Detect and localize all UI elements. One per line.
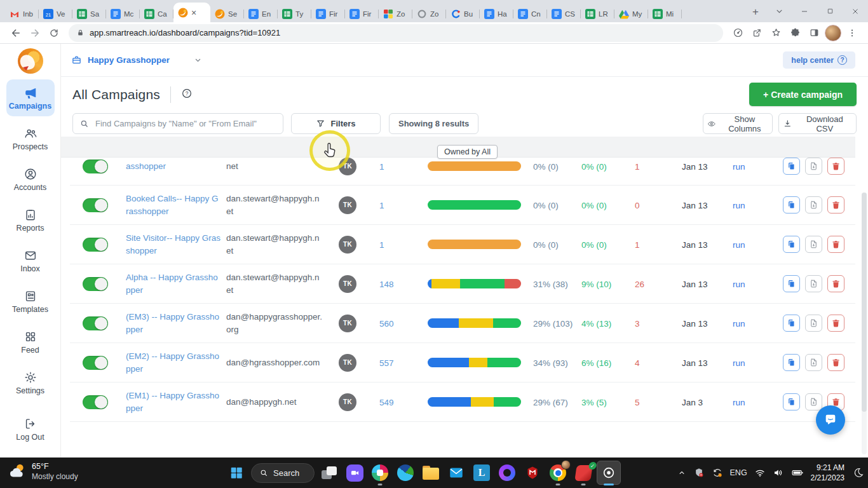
browser-tab[interactable]: Mi: [648, 5, 682, 22]
new-tab-button[interactable]: +: [747, 4, 764, 20]
copy-button[interactable]: [783, 315, 800, 332]
delete-button[interactable]: [827, 315, 844, 332]
loop-icon[interactable]: [494, 459, 520, 487]
copy-button[interactable]: [783, 393, 800, 410]
export-button[interactable]: [805, 315, 822, 332]
tray-sync-icon[interactable]: [712, 467, 723, 478]
taskbar-clock[interactable]: 9:21 AM 2/21/2023: [811, 463, 844, 483]
campaign-name-link[interactable]: Alpha -- Happy Grasshopper: [126, 271, 221, 296]
chrome-icon[interactable]: [545, 459, 571, 487]
wifi-icon[interactable]: [754, 467, 766, 478]
export-button[interactable]: [805, 236, 822, 253]
campaign-name-link[interactable]: asshopper: [126, 160, 221, 173]
browser-tab[interactable]: Cn: [513, 5, 547, 22]
copy-button[interactable]: [783, 196, 800, 214]
reload-icon[interactable]: [44, 24, 64, 43]
sidebar-item-inbox[interactable]: Inbox: [6, 242, 55, 279]
language-indicator[interactable]: ENG: [730, 468, 747, 477]
run-link[interactable]: run: [733, 201, 745, 210]
campaign-toggle[interactable]: [83, 356, 108, 370]
page-help-icon[interactable]: ?: [181, 88, 193, 102]
create-campaign-button[interactable]: + Create campaign: [749, 83, 857, 106]
sidebar-item-feed[interactable]: Feed: [6, 323, 55, 360]
browser-tab[interactable]: Se: [210, 5, 244, 22]
owned-by-badge[interactable]: Owned by All: [437, 145, 498, 159]
browser-tab[interactable]: CS: [547, 5, 581, 22]
tab-search-chevron-icon[interactable]: [766, 0, 792, 22]
mail-icon[interactable]: [444, 459, 469, 487]
browser-tab[interactable]: Ca: [140, 5, 173, 22]
prospect-count-link[interactable]: 549: [377, 398, 394, 407]
sidebar-item-log-out[interactable]: Log Out: [6, 410, 55, 447]
share-icon[interactable]: [747, 24, 766, 43]
help-center-button[interactable]: help center ?: [783, 51, 855, 69]
run-link[interactable]: run: [733, 319, 745, 329]
browser-menu-kebab-icon[interactable]: [843, 24, 862, 43]
slack-icon[interactable]: [367, 459, 393, 487]
browser-tab[interactable]: LR: [581, 5, 614, 22]
sidebar-item-prospects[interactable]: Prospects: [6, 120, 55, 157]
campaign-name-link[interactable]: (EM2) -- Happy Grasshopper: [126, 350, 221, 375]
campaign-name-link[interactable]: (EM3) -- Happy Grasshopper: [126, 311, 221, 336]
campaign-toggle[interactable]: [83, 198, 108, 212]
red-app-icon[interactable]: [571, 459, 596, 487]
task-view-icon[interactable]: [316, 459, 342, 487]
browser-tab[interactable]: Ha: [480, 5, 513, 22]
delete-button[interactable]: [827, 236, 844, 253]
browser-tab[interactable]: 21Ve: [39, 5, 72, 22]
run-link[interactable]: run: [733, 280, 745, 289]
run-link[interactable]: run: [733, 240, 745, 250]
workspace-selector[interactable]: Happy Grasshopper: [71, 55, 203, 65]
campaign-name-link[interactable]: (EM1) -- Happy Grasshopper: [126, 390, 221, 414]
sidebar-item-settings[interactable]: Settings: [6, 364, 55, 401]
scrollbar-thumb[interactable]: [862, 193, 867, 412]
campaign-name-link[interactable]: Site Visitor-- Happy Grasshopper: [126, 232, 221, 257]
copy-button[interactable]: [783, 275, 800, 292]
taskbar-search[interactable]: Search: [251, 463, 315, 483]
performance-gauge-icon[interactable]: [728, 24, 747, 43]
delete-button[interactable]: [827, 158, 844, 175]
extensions-puzzle-icon[interactable]: [785, 24, 804, 43]
export-button[interactable]: [805, 354, 822, 371]
run-link[interactable]: run: [733, 358, 745, 368]
campaign-toggle[interactable]: [83, 316, 108, 330]
browser-tab[interactable]: My: [614, 5, 648, 22]
show-columns-button[interactable]: Show Columns: [703, 113, 773, 134]
campaign-toggle[interactable]: [83, 159, 108, 173]
browser-tab[interactable]: Zo: [379, 5, 412, 22]
sidebar-item-campaigns[interactable]: Campaigns: [6, 79, 55, 116]
export-button[interactable]: [805, 393, 822, 410]
start-button[interactable]: [224, 459, 249, 487]
run-link[interactable]: run: [733, 398, 745, 407]
minimize-button[interactable]: [792, 0, 817, 22]
delete-button[interactable]: [827, 275, 844, 292]
browser-tab[interactable]: Ty: [278, 5, 311, 22]
download-csv-button[interactable]: Download CSV: [778, 113, 857, 134]
volume-icon[interactable]: [773, 467, 784, 478]
prospect-count-link[interactable]: 1: [377, 201, 384, 210]
browser-tab[interactable]: Zo: [412, 5, 446, 22]
copy-button[interactable]: [783, 354, 800, 371]
side-panel-icon[interactable]: [804, 24, 824, 43]
close-window-button[interactable]: [843, 0, 868, 22]
browser-tab[interactable]: Fir: [345, 5, 379, 22]
screen-recorder-icon[interactable]: [596, 459, 621, 487]
browser-tab[interactable]: Inb: [5, 5, 39, 22]
maximize-button[interactable]: [817, 0, 843, 22]
browser-tab[interactable]: En: [244, 5, 278, 22]
back-icon[interactable]: [6, 24, 25, 43]
campaign-toggle[interactable]: [83, 395, 108, 409]
delete-button[interactable]: [827, 196, 844, 214]
copy-button[interactable]: [783, 158, 800, 175]
bookmark-star-icon[interactable]: [766, 24, 785, 43]
profile-avatar[interactable]: [824, 24, 843, 43]
tab-close-icon[interactable]: ×: [191, 8, 196, 17]
focus-moon-icon[interactable]: [853, 467, 864, 478]
tray-shield-icon[interactable]: [693, 467, 705, 478]
sidebar-item-templates[interactable]: Templates: [6, 283, 55, 320]
prospect-count-link[interactable]: 1: [377, 162, 384, 172]
browser-tab[interactable]: Mc: [106, 5, 140, 22]
search-input[interactable]: [94, 118, 276, 129]
delete-button[interactable]: [827, 354, 844, 371]
export-button[interactable]: [805, 196, 822, 214]
